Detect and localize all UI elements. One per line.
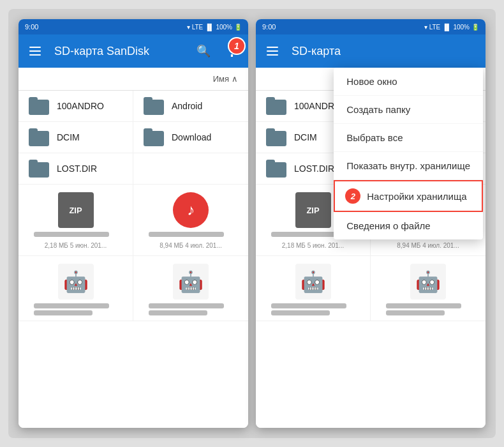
app-title-left: SD-карта SanDisk — [54, 45, 187, 58]
folder-row-3: LOST.DIR — [19, 153, 248, 185]
phone-right: 9:00 ▾ LTE ▐▌ 100% 🔋 SD-карта — [256, 19, 485, 428]
search-button-left[interactable]: 🔍 — [192, 40, 215, 63]
folder-icon — [144, 97, 164, 115]
thumb-grid-left: ZIP 2,18 МБ 5 июн. 201... ♪ 8,94 МБ 4 ию… — [19, 185, 248, 321]
android-icon-r2: 🤖 — [410, 264, 446, 299]
time-left: 9:00 — [25, 23, 38, 31]
badge-1: 1 — [228, 37, 246, 55]
signal-icon-r: ▐▌ — [442, 24, 451, 31]
folder-icon — [144, 128, 164, 146]
badge-2: 2 — [345, 188, 360, 204]
folder-icon — [29, 97, 49, 115]
file-meta: 8,94 МБ 4 июл. 201... — [159, 242, 222, 249]
file-list-left: 100ANDRO Android DCIM — [19, 91, 248, 428]
battery-full-icon: 🔋 — [234, 24, 242, 31]
folder-name: LOST.DIR — [294, 163, 334, 174]
status-bar-left: 9:00 ▾ LTE ▐▌ 100% 🔋 — [19, 19, 248, 34]
file-meta: 2,18 МБ 5 июн. 201... — [282, 242, 344, 249]
menu-item-select-all[interactable]: Выбрать все — [334, 124, 483, 152]
signal-icon: ▐▌ — [205, 24, 214, 31]
app-bar-left: SD-карта SanDisk 🔍 ⋮ 1 — [19, 34, 248, 68]
sort-header-left: Имя ∧ — [19, 68, 248, 91]
android-icon: 🤖 — [58, 264, 94, 299]
android-icon-r: 🤖 — [295, 264, 331, 299]
list-item[interactable]: ♪ 8,94 МБ 4 июл. 201... — [133, 185, 248, 256]
more-button-left[interactable]: ⋮ 1 — [220, 40, 243, 63]
context-menu: Новое окно Создать папку Выбрать все Пок… — [334, 68, 483, 239]
folder-icon — [266, 128, 286, 146]
menu-item-show-internal[interactable]: Показать внутр. хранилище — [334, 152, 483, 180]
empty-cell — [133, 153, 248, 185]
list-item[interactable]: Download — [133, 122, 248, 153]
status-icons-right: ▾ LTE ▐▌ 100% 🔋 — [424, 24, 479, 31]
lte-icon-r: LTE — [429, 24, 441, 31]
folder-name: DCIM — [57, 132, 80, 142]
hamburger-button-left[interactable] — [24, 40, 47, 63]
battery-full-icon-r: 🔋 — [471, 24, 479, 31]
list-item[interactable]: 🤖 — [256, 256, 371, 321]
folder-name: DCIM — [294, 132, 317, 142]
battery-icon-r: 100% — [453, 24, 470, 31]
folder-icon — [29, 128, 49, 146]
list-item[interactable]: LOST.DIR — [19, 153, 133, 185]
sort-arrow-icon: ∧ — [232, 74, 238, 84]
folder-name: 100ANDRO — [57, 101, 104, 111]
menu-item-file-info[interactable]: Сведения о файле — [334, 212, 483, 239]
lte-icon: LTE — [192, 24, 204, 31]
list-item[interactable]: Android — [133, 91, 248, 122]
hamburger-icon-right — [267, 47, 278, 56]
search-icon-left: 🔍 — [196, 44, 211, 58]
android-icon: 🤖 — [173, 264, 209, 299]
file-meta: 2,18 МБ 5 июн. 201... — [45, 242, 107, 249]
audio-icon: ♪ — [173, 192, 209, 228]
zip-icon-r: ZIP — [295, 192, 331, 228]
wifi-icon: ▾ — [187, 24, 190, 31]
status-icons-left: ▾ LTE ▐▌ 100% 🔋 — [187, 24, 242, 31]
folder-icon — [266, 97, 286, 115]
folder-icon — [29, 160, 49, 178]
phone-left: 9:00 ▾ LTE ▐▌ 100% 🔋 SD-карта SanDisk 🔍 … — [19, 19, 248, 428]
list-item[interactable]: ZIP 2,18 МБ 5 июн. 201... — [19, 185, 133, 256]
list-item[interactable]: DCIM — [19, 122, 133, 153]
menu-item-new-window[interactable]: Новое окно — [334, 68, 483, 96]
folder-name: LOST.DIR — [57, 163, 97, 174]
sort-label-left[interactable]: Имя ∧ — [213, 74, 238, 84]
list-item[interactable]: 🤖 — [19, 256, 133, 321]
menu-item-create-folder[interactable]: Создать папку — [334, 96, 483, 124]
list-item[interactable]: 🤖 — [371, 256, 485, 321]
wifi-icon-r: ▾ — [424, 24, 427, 31]
list-item[interactable]: 100ANDRO — [19, 91, 133, 122]
list-item[interactable]: 🤖 — [133, 256, 248, 321]
time-right: 9:00 — [262, 23, 276, 31]
menu-item-storage-settings[interactable]: 2 Настройки хранилища — [334, 180, 483, 212]
status-bar-right: 9:00 ▾ LTE ▐▌ 100% 🔋 — [256, 19, 485, 34]
app-title-right: SD-карта — [292, 45, 480, 58]
file-meta: 8,94 МБ 4 июл. 201... — [397, 242, 459, 249]
folder-name: Android — [172, 101, 202, 111]
zip-icon: ZIP — [58, 192, 94, 228]
battery-icon: 100% — [216, 24, 232, 31]
app-bar-right: SD-карта — [256, 34, 485, 68]
folder-row-1: 100ANDRO Android — [19, 91, 248, 122]
hamburger-button-right[interactable] — [261, 40, 284, 63]
hamburger-icon-left — [29, 47, 41, 56]
folder-row-2: DCIM Download — [19, 122, 248, 153]
folder-icon — [266, 160, 286, 178]
folder-name: Download — [172, 132, 211, 142]
